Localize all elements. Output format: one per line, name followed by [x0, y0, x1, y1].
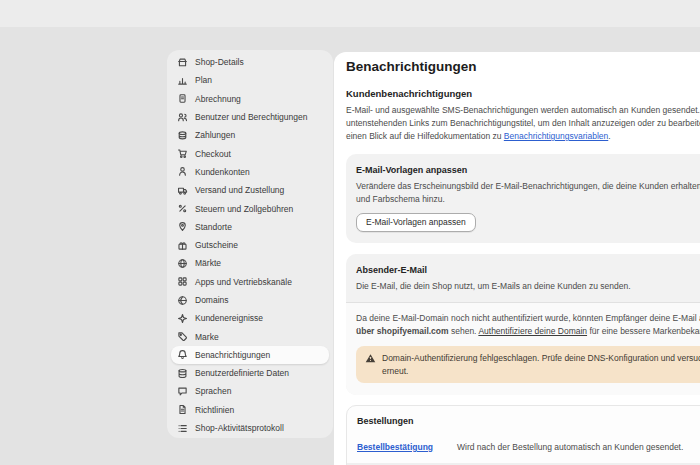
authenticate-domain-link[interactable]: Authentifiziere deine Domain	[478, 326, 587, 336]
settings-sidebar: Shop-Details Plan Abrechnung Benutzer un…	[167, 50, 333, 438]
brand-tag-icon	[177, 331, 188, 342]
section-heading: Kundenbenachrichtigungen	[346, 88, 700, 100]
text-line: erneut.	[382, 365, 700, 378]
taxes-duties-icon	[177, 203, 188, 214]
sidebar-item-richtlinien[interactable]: Richtlinien	[171, 401, 329, 419]
customer-accounts-icon	[177, 166, 188, 177]
plan-icon	[177, 75, 188, 86]
customize-email-templates-button[interactable]: E-Mail-Vorlagen anpassen	[356, 213, 476, 232]
intro-text-line: einen Blick auf die Hilfedokumentation z…	[346, 130, 700, 143]
email-templates-card: E-Mail-Vorlagen anpassen Verändere das E…	[346, 154, 700, 243]
languages-chat-icon	[177, 386, 188, 397]
sidebar-item-benutzer-und-berechtigungen[interactable]: Benutzer und Berechtigungen	[171, 108, 329, 126]
sidebar-item-plan[interactable]: Plan	[171, 71, 329, 89]
sidebar-item-standorte[interactable]: Standorte	[171, 218, 329, 236]
intro-text-line: untenstehenden Links zum Benachrichtigun…	[346, 117, 700, 130]
notifications-bell-icon	[177, 349, 188, 360]
notification-description: Wird nach der Bestellung automatisch an …	[457, 441, 683, 454]
card-text-line: Da deine E-Mail-Domain noch nicht authen…	[356, 312, 700, 325]
sidebar-item-label: Steuern und Zollgebühren	[195, 204, 293, 214]
users-permissions-icon	[177, 112, 188, 123]
sender-email-card: Absender-E-Mail Die E-Mail, die dein Sho…	[346, 254, 700, 395]
sidebar-item-label: Gutscheine	[195, 240, 238, 250]
orders-notification-rows: Bestellbestätigung Wird nach der Bestell…	[347, 433, 700, 465]
card-text-line: über shopifyemail.com sehen. Authentifiz…	[356, 325, 700, 338]
sidebar-item-gutscheine[interactable]: Gutscheine	[171, 236, 329, 254]
card-heading: Bestellungen	[357, 415, 700, 427]
sidebar-item-label: Standorte	[195, 222, 232, 232]
sidebar-item-label: Kundenkonten	[195, 167, 250, 177]
warning-icon	[365, 353, 376, 364]
sidebar-item-label: Sprachen	[195, 386, 231, 396]
store-icon	[177, 57, 188, 68]
sidebar-item-sprachen[interactable]: Sprachen	[171, 382, 329, 400]
notification-variables-link[interactable]: Benachrichtigungsvariablen	[504, 131, 608, 141]
sidebar-item-label: Abrechnung	[195, 94, 241, 104]
settings-main-panel: Benachrichtigungen Kundenbenachrichtigun…	[334, 52, 700, 465]
text-line: Domain-Authentifizierung fehlgeschlagen.…	[382, 352, 700, 365]
sidebar-item-label: Checkout	[195, 149, 231, 159]
sidebar-item-label: Kundenereignisse	[195, 313, 263, 323]
sidebar-item-shop-aktivitätsprotokoll[interactable]: Shop-Aktivitätsprotokoll	[171, 419, 329, 437]
sidebar-item-label: Domains	[195, 295, 229, 305]
sidebar-item-label: Zahlungen	[195, 130, 235, 140]
card-text: sehen.	[449, 326, 479, 336]
sender-domain-bold: über shopifyemail.com	[356, 326, 449, 336]
card-heading: E-Mail-Vorlagen anpassen	[356, 164, 700, 176]
customer-notifications-section: Kundenbenachrichtigungen E-Mail- und aus…	[346, 88, 700, 143]
card-text-line: Die E-Mail, die dein Shop nutzt, um E-Ma…	[356, 280, 700, 293]
gift-card-icon	[177, 240, 188, 251]
sidebar-item-marke[interactable]: Marke	[171, 327, 329, 345]
checkout-cart-icon	[177, 148, 188, 159]
sidebar-item-label: Märkte	[195, 258, 221, 268]
activity-log-list-icon	[177, 423, 188, 434]
sidebar-item-label: Richtlinien	[195, 405, 234, 415]
sidebar-item-zahlungen[interactable]: Zahlungen	[171, 126, 329, 144]
apps-channels-grid-icon	[177, 276, 188, 287]
domain-auth-warning-banner: Domain-Authentifizierung fehlgeschlagen.…	[356, 346, 700, 383]
sidebar-item-benutzerdefinierte-daten[interactable]: Benutzerdefinierte Daten	[171, 364, 329, 382]
intro-text: .	[608, 131, 610, 141]
domains-globe-icon	[177, 295, 188, 306]
sidebar-item-label: Versand und Zustellung	[195, 185, 284, 195]
page-title: Benachrichtigungen	[346, 59, 700, 75]
intro-text: einen Blick auf die Hilfedokumentation z…	[346, 131, 504, 141]
shipping-truck-icon	[177, 185, 188, 196]
settings-page: Shop-Details Plan Abrechnung Benutzer un…	[0, 0, 700, 465]
sidebar-item-label: Shop-Aktivitätsprotokoll	[195, 423, 284, 433]
payments-icon	[177, 130, 188, 141]
text-line: Wird nach der Bestellung automatisch an …	[457, 441, 683, 454]
sidebar-item-abrechnung[interactable]: Abrechnung	[171, 90, 329, 108]
sidebar-item-checkout[interactable]: Checkout	[171, 144, 329, 162]
sender-email-card-body: Da deine E-Mail-Domain noch nicht authen…	[346, 303, 700, 395]
notification-title-link[interactable]: Bestellbestätigung	[357, 441, 457, 454]
sidebar-item-kundenereignisse[interactable]: Kundenereignisse	[171, 309, 329, 327]
sidebar-item-steuern-und-zollgebühren[interactable]: Steuern und Zollgebühren	[171, 199, 329, 217]
sender-email-card-header: Absender-E-Mail Die E-Mail, die dein Sho…	[346, 254, 700, 303]
sidebar-item-versand-und-zustellung[interactable]: Versand und Zustellung	[171, 181, 329, 199]
sidebar-item-kundenkonten[interactable]: Kundenkonten	[171, 163, 329, 181]
intro-text-line: E-Mail- und ausgewählte SMS-Benachrichti…	[346, 104, 700, 117]
sidebar-item-benachrichtigungen[interactable]: Benachrichtigungen	[171, 346, 329, 364]
sidebar-item-label: Benutzerdefinierte Daten	[195, 368, 289, 378]
sidebar-item-shop-details[interactable]: Shop-Details	[171, 53, 329, 71]
customer-events-icon	[177, 313, 188, 324]
sidebar-item-apps-und-vertriebskanäle[interactable]: Apps und Vertriebskanäle	[171, 273, 329, 291]
locations-pin-icon	[177, 221, 188, 232]
sidebar-item-märkte[interactable]: Märkte	[171, 254, 329, 272]
sidebar-item-label: Marke	[195, 332, 219, 342]
markets-globe-icon	[177, 258, 188, 269]
billing-icon	[177, 93, 188, 104]
orders-notifications-card: Bestellungen Bestellbestätigung Wird nac…	[346, 405, 700, 465]
sidebar-item-label: Benutzer und Berechtigungen	[195, 112, 307, 122]
card-text-line: Verändere das Erscheinungsbild der E-Mai…	[356, 180, 700, 193]
sidebar-item-label: Apps und Vertriebskanäle	[195, 277, 292, 287]
sidebar-item-domains[interactable]: Domains	[171, 291, 329, 309]
sidebar-item-label: Benachrichtigungen	[195, 350, 270, 360]
sidebar-item-label: Shop-Details	[195, 57, 244, 67]
policies-doc-icon	[177, 404, 188, 415]
custom-data-icon	[177, 368, 188, 379]
top-bar	[0, 0, 700, 27]
card-text: für eine bessere Markenbekanntheit.	[587, 326, 700, 336]
card-heading: Absender-E-Mail	[356, 264, 700, 276]
